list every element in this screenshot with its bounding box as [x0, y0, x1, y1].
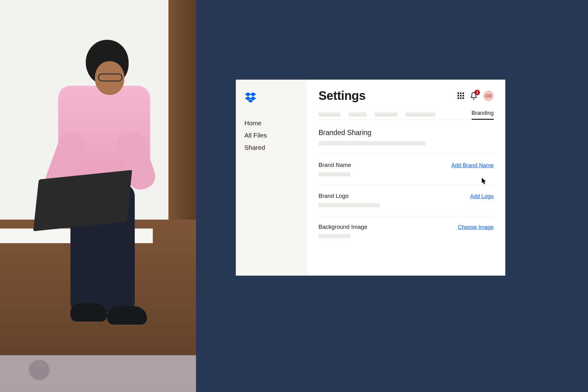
add-brand-name-link[interactable]: Add Brand Name [451, 162, 494, 169]
app-window: Home All Files Shared Settings [236, 80, 505, 276]
tab-placeholder[interactable] [405, 112, 435, 117]
app-grid-icon[interactable] [458, 92, 464, 99]
divider [318, 154, 494, 154]
section-title: Branded Sharing [318, 129, 494, 137]
marketing-photo [0, 0, 196, 392]
sidebar: Home All Files Shared [236, 80, 307, 276]
row-label: Background Image [318, 224, 368, 230]
add-logo-link[interactable]: Add Logo [470, 193, 494, 200]
tab-placeholder[interactable] [318, 112, 341, 117]
notifications-button[interactable]: 3 [470, 92, 478, 100]
main-panel: Settings 3 CD [307, 80, 505, 276]
row-label: Brand Logo [318, 193, 380, 199]
value-placeholder [318, 234, 350, 238]
value-placeholder [318, 172, 350, 176]
account-avatar[interactable]: CD [483, 91, 494, 101]
sidebar-item-home[interactable]: Home [244, 117, 298, 129]
tab-bar: Branding [318, 110, 494, 120]
notification-badge: 3 [474, 90, 480, 95]
stage-backdrop: Home All Files Shared Settings [196, 0, 588, 392]
row-label: Brand Name [318, 162, 351, 168]
tab-branding[interactable]: Branding [472, 110, 494, 120]
sidebar-item-shared[interactable]: Shared [244, 141, 298, 154]
divider [318, 185, 494, 185]
sidebar-item-all-files[interactable]: All Files [244, 129, 298, 141]
row-background-image: Background Image Choose Image [318, 224, 494, 238]
tab-placeholder[interactable] [375, 112, 398, 117]
row-brand-name: Brand Name Add Brand Name [318, 162, 494, 176]
dropbox-logo-icon [244, 91, 257, 104]
row-brand-logo: Brand Logo Add Logo [318, 193, 494, 207]
page-title: Settings [318, 89, 366, 103]
divider [318, 216, 494, 216]
tab-placeholder[interactable] [349, 112, 367, 117]
bell-icon [470, 96, 478, 101]
value-placeholder [318, 203, 380, 207]
description-placeholder [318, 141, 426, 145]
cursor-icon [481, 178, 487, 185]
choose-image-link[interactable]: Choose Image [458, 224, 494, 231]
